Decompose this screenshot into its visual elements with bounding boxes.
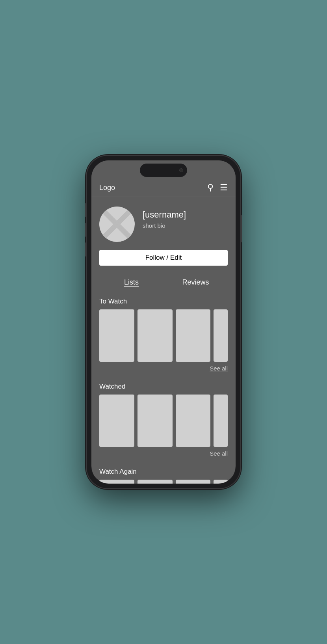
thumbnail-item[interactable] [176, 309, 211, 362]
dynamic-island [140, 164, 187, 177]
menu-icon[interactable]: ☰ [220, 183, 228, 192]
thumbnails-row-to-watch [99, 309, 228, 362]
list-title-to-watch: To Watch [99, 298, 228, 305]
bio: short bio [143, 222, 186, 229]
camera-dot [179, 168, 183, 172]
profile-info: [username] short bio [143, 207, 186, 229]
profile-section: [username] short bio [99, 207, 228, 242]
search-icon[interactable]: ⚲ [207, 183, 214, 192]
main-content: [username] short bio Follow / Edit Lists… [91, 197, 236, 484]
username: [username] [143, 210, 186, 220]
tabs: Lists Reviews [99, 275, 228, 290]
tab-reviews[interactable]: Reviews [164, 275, 228, 290]
list-title-watch-again: Watch Again [99, 468, 228, 476]
list-section-watched: Watched See all [99, 383, 228, 460]
thumbnail-item[interactable] [176, 395, 211, 447]
thumbnail-item[interactable] [99, 395, 134, 447]
see-all-link-to-watch[interactable]: See all [210, 365, 228, 372]
follow-edit-button[interactable]: Follow / Edit [99, 250, 228, 266]
avatar-container [99, 207, 135, 242]
thumbnail-item[interactable] [137, 309, 173, 362]
tab-lists[interactable]: Lists [99, 275, 164, 290]
see-all-row: See all [99, 450, 228, 457]
thumbnail-item[interactable] [137, 480, 173, 484]
phone-frame: Logo ⚲ ☰ [username] short bio [87, 156, 240, 488]
thumbnail-item[interactable] [99, 309, 134, 362]
header-icons: ⚲ ☰ [207, 183, 228, 192]
thumbnail-item[interactable] [137, 395, 173, 447]
logo[interactable]: Logo [99, 184, 115, 192]
phone-screen: Logo ⚲ ☰ [username] short bio [91, 160, 236, 484]
list-section-to-watch: To Watch See all [99, 298, 228, 375]
thumbnail-item[interactable] [176, 480, 211, 484]
thumbnails-row-watch-again [99, 480, 228, 484]
list-section-watch-again: Watch Again See all [99, 468, 228, 484]
see-all-row: See all [99, 365, 228, 372]
list-title-watched: Watched [99, 383, 228, 391]
thumbnail-item-partial[interactable] [214, 395, 228, 447]
thumbnails-row-watched [99, 395, 228, 447]
thumbnail-item-partial[interactable] [214, 480, 228, 484]
thumbnail-item[interactable] [99, 480, 134, 484]
thumbnail-item-partial[interactable] [214, 309, 228, 362]
avatar [99, 207, 135, 242]
see-all-link-watched[interactable]: See all [210, 450, 228, 457]
